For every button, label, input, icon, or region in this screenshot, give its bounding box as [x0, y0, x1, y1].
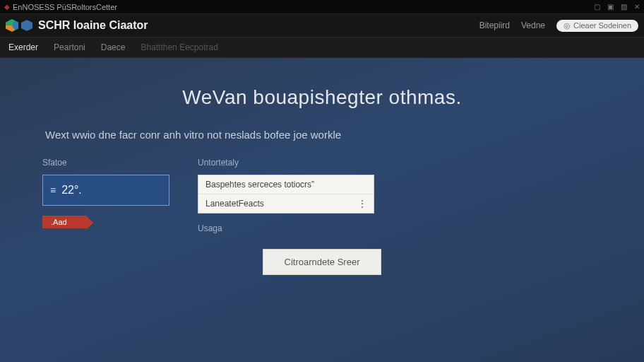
app-header: SCHR Ioaine Ciaator Bitepiird Vedne ◎ Ci… [0, 14, 644, 37]
window-max-icon[interactable]: ▣ [607, 3, 614, 11]
field-label-usage: Usaga [198, 223, 374, 233]
window-titlebar: ◆ EnNOSESS PüSRoltorsCetter ▢ ▣ ▨ ✕ [0, 0, 644, 14]
tab-1[interactable]: Peartoni [54, 42, 85, 52]
add-tag-label: .Aad [51, 218, 67, 226]
page-subtitle: Wext wwio dne facr conr anh vitro not ne… [45, 129, 602, 141]
app-dot-icon: ◆ [4, 3, 10, 11]
window-extra-icon[interactable]: ✕ [634, 3, 640, 11]
add-tag-button[interactable]: .Aad [42, 216, 86, 228]
logo-cube-icon [6, 19, 18, 32]
logo-hex-icon [21, 20, 32, 31]
dropdown-option-1[interactable]: Baspehtes serceces totiocrs” [198, 175, 374, 194]
submit-button[interactable]: Citroarndete Sreer [263, 249, 382, 275]
content-area: WeVan bouapishegter othmas. Wext wwio dn… [0, 58, 644, 362]
field-label-state: Sfatoe [42, 158, 169, 168]
header-link-b[interactable]: Vedne [521, 21, 545, 30]
app-title: SCHR Ioaine Ciaator [38, 19, 479, 32]
window-title: EnNOSESS PüSRoltorsCetter [13, 3, 117, 11]
window-min-icon[interactable]: ▢ [594, 3, 600, 11]
window-controls: ▢ ▣ ▨ ✕ [594, 3, 640, 11]
target-icon: ◎ [564, 21, 571, 30]
dropdown-more-icon: ⋮ [358, 199, 366, 209]
state-input-value: 22°. [61, 184, 82, 197]
window-close-icon[interactable]: ▨ [621, 3, 627, 11]
tab-2[interactable]: Daece [101, 42, 126, 52]
dropdown-option-2-label: LaneatetFeacts [205, 199, 264, 209]
search-placeholder: Cieaer Sodeinen [573, 21, 631, 30]
page-hero: WeVan bouapishegter othmas. [42, 86, 602, 109]
search-input[interactable]: ◎ Cieaer Sodeinen [556, 20, 638, 32]
tab-0[interactable]: Exerder [8, 42, 38, 52]
header-link-a[interactable]: Bitepiird [479, 21, 510, 30]
align-left-icon: ≡ [50, 185, 54, 196]
dropdown-option-2[interactable]: LaneatetFeacts ⋮ [198, 194, 374, 213]
submit-button-label: Citroarndete Sreer [285, 257, 360, 267]
field-label-category: Untortetaly [198, 158, 374, 168]
tab-bar: Exerder Peartoni Daece Bhattthen Eecpotr… [0, 37, 644, 58]
state-input[interactable]: ≡ 22°. [42, 175, 169, 206]
tab-3[interactable]: Bhattthen Eecpotrad [141, 42, 217, 52]
category-dropdown[interactable]: Baspehtes serceces totiocrs” LaneatetFea… [198, 175, 374, 214]
